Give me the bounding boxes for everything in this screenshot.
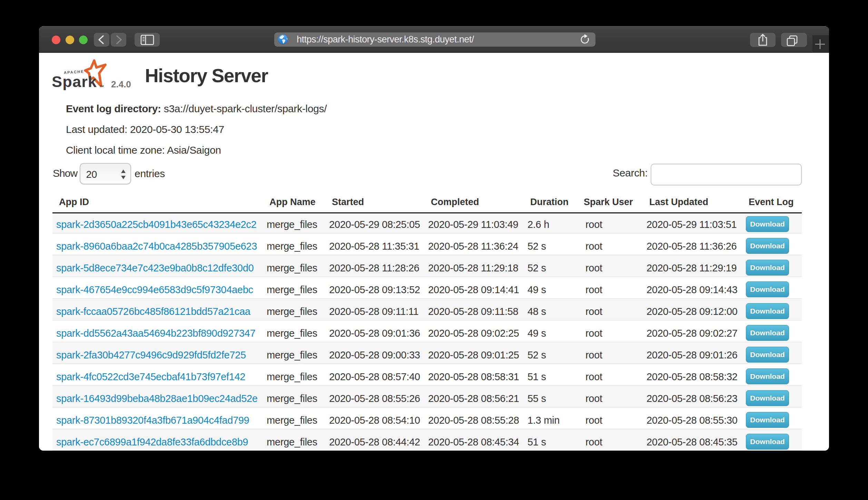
svg-text:TM: TM	[100, 85, 104, 88]
svg-text:Spark: Spark	[52, 73, 97, 90]
